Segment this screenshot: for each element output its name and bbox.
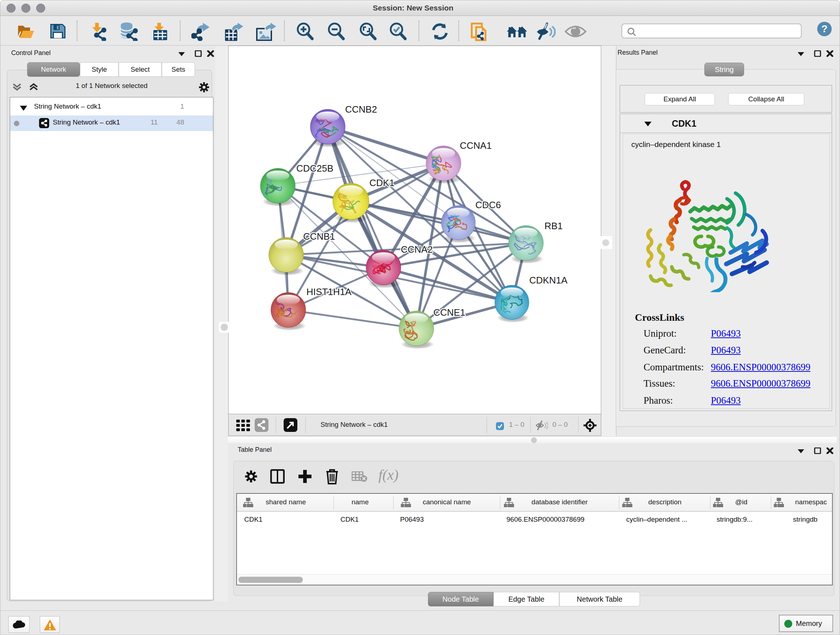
- svg-text:CCNA2: CCNA2: [401, 244, 433, 255]
- svg-text:CCNB1: CCNB1: [303, 231, 335, 242]
- svg-text:?: ?: [821, 23, 827, 35]
- svg-text:CCNB2: CCNB2: [345, 104, 377, 115]
- svg-text:CDC25B: CDC25B: [296, 163, 333, 174]
- svg-text:CDKN1A: CDKN1A: [529, 275, 568, 286]
- svg-text:CDC6: CDC6: [475, 200, 501, 211]
- svg-text:CCNA1: CCNA1: [460, 140, 492, 151]
- svg-text:CDK1: CDK1: [369, 177, 394, 188]
- svg-text:RB1: RB1: [545, 220, 563, 231]
- svg-text:CCNE1: CCNE1: [433, 307, 465, 318]
- svg-text:HIST1H1A: HIST1H1A: [306, 287, 352, 297]
